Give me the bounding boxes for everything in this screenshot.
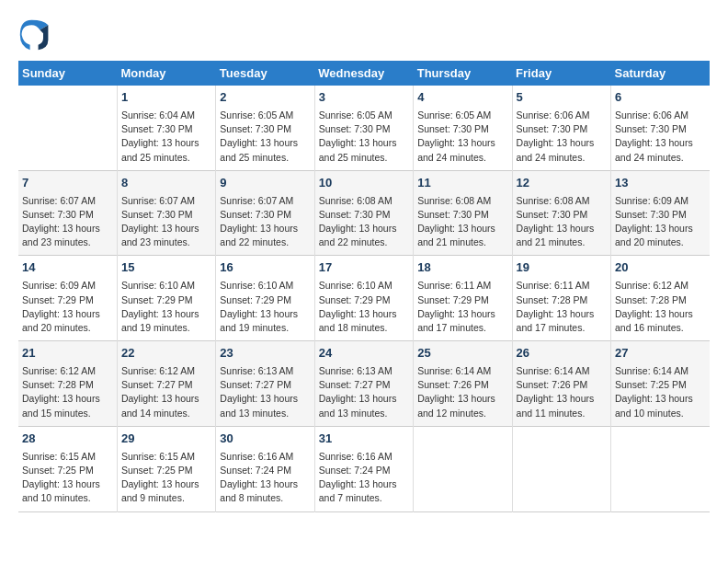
day-info: Sunrise: 6:14 AMSunset: 7:26 PMDaylight:… — [517, 364, 607, 420]
calendar-cell: 3Sunrise: 6:05 AMSunset: 7:30 PMDaylight… — [314, 86, 413, 170]
col-header-tuesday: Tuesday — [216, 61, 314, 86]
calendar-cell: 30Sunrise: 6:16 AMSunset: 7:24 PMDayligh… — [216, 426, 314, 511]
calendar-cell: 28Sunrise: 6:15 AMSunset: 7:25 PMDayligh… — [18, 426, 117, 511]
day-number: 4 — [417, 89, 507, 107]
calendar-cell: 15Sunrise: 6:10 AMSunset: 7:29 PMDayligh… — [117, 256, 215, 341]
day-info: Sunrise: 6:08 AMSunset: 7:30 PMDaylight:… — [417, 194, 507, 250]
day-number: 27 — [615, 345, 706, 362]
calendar-cell: 29Sunrise: 6:15 AMSunset: 7:25 PMDayligh… — [117, 426, 215, 511]
day-number: 22 — [121, 345, 211, 362]
calendar-cell: 26Sunrise: 6:14 AMSunset: 7:26 PMDayligh… — [512, 341, 610, 427]
day-number: 18 — [417, 259, 507, 277]
col-header-sunday: Sunday — [18, 61, 117, 86]
day-info: Sunrise: 6:07 AMSunset: 7:30 PMDaylight:… — [121, 194, 211, 250]
day-number: 24 — [319, 345, 409, 362]
day-number: 23 — [220, 345, 310, 362]
day-number: 5 — [517, 89, 607, 107]
calendar-cell: 25Sunrise: 6:14 AMSunset: 7:26 PMDayligh… — [414, 341, 512, 427]
calendar-cell: 9Sunrise: 6:07 AMSunset: 7:30 PMDaylight… — [216, 170, 314, 256]
col-header-friday: Friday — [512, 61, 610, 86]
calendar-cell: 19Sunrise: 6:11 AMSunset: 7:28 PMDayligh… — [512, 256, 610, 341]
day-info: Sunrise: 6:04 AMSunset: 7:30 PMDaylight:… — [121, 109, 211, 165]
calendar-cell: 20Sunrise: 6:12 AMSunset: 7:28 PMDayligh… — [611, 256, 710, 341]
calendar-table: SundayMondayTuesdayWednesdayThursdayFrid… — [18, 61, 710, 512]
day-info: Sunrise: 6:13 AMSunset: 7:27 PMDaylight:… — [319, 364, 409, 420]
calendar-cell: 8Sunrise: 6:07 AMSunset: 7:30 PMDaylight… — [117, 170, 215, 256]
day-info: Sunrise: 6:06 AMSunset: 7:30 PMDaylight:… — [517, 109, 607, 165]
day-info: Sunrise: 6:12 AMSunset: 7:28 PMDaylight:… — [615, 279, 706, 335]
day-number: 17 — [319, 259, 409, 277]
day-number: 28 — [22, 431, 113, 448]
day-number: 7 — [22, 175, 113, 192]
calendar-cell: 13Sunrise: 6:09 AMSunset: 7:30 PMDayligh… — [611, 170, 710, 256]
day-number: 3 — [319, 89, 409, 107]
day-number: 11 — [417, 175, 507, 192]
day-info: Sunrise: 6:15 AMSunset: 7:25 PMDaylight:… — [121, 450, 211, 506]
day-info: Sunrise: 6:14 AMSunset: 7:25 PMDaylight:… — [615, 364, 706, 420]
day-number: 12 — [517, 175, 607, 192]
day-number: 2 — [220, 89, 310, 107]
day-info: Sunrise: 6:10 AMSunset: 7:29 PMDaylight:… — [319, 279, 409, 335]
page-header — [18, 18, 710, 52]
logo-icon — [18, 18, 51, 52]
day-number: 20 — [615, 259, 706, 277]
calendar-cell — [611, 426, 710, 511]
week-row-4: 21Sunrise: 6:12 AMSunset: 7:28 PMDayligh… — [18, 341, 710, 427]
day-info: Sunrise: 6:06 AMSunset: 7:30 PMDaylight:… — [615, 109, 706, 165]
calendar-cell: 23Sunrise: 6:13 AMSunset: 7:27 PMDayligh… — [216, 341, 314, 427]
day-number: 15 — [121, 259, 211, 277]
col-header-monday: Monday — [117, 61, 215, 86]
day-info: Sunrise: 6:10 AMSunset: 7:29 PMDaylight:… — [220, 279, 310, 335]
day-number: 21 — [22, 345, 113, 362]
calendar-cell: 16Sunrise: 6:10 AMSunset: 7:29 PMDayligh… — [216, 256, 314, 341]
day-info: Sunrise: 6:11 AMSunset: 7:28 PMDaylight:… — [517, 279, 607, 335]
calendar-cell: 11Sunrise: 6:08 AMSunset: 7:30 PMDayligh… — [414, 170, 512, 256]
day-info: Sunrise: 6:05 AMSunset: 7:30 PMDaylight:… — [417, 109, 507, 165]
day-number: 6 — [615, 89, 706, 107]
calendar-cell: 2Sunrise: 6:05 AMSunset: 7:30 PMDaylight… — [216, 86, 314, 170]
day-number: 8 — [121, 175, 211, 192]
week-row-3: 14Sunrise: 6:09 AMSunset: 7:29 PMDayligh… — [18, 256, 710, 341]
day-info: Sunrise: 6:14 AMSunset: 7:26 PMDaylight:… — [417, 364, 507, 420]
day-info: Sunrise: 6:12 AMSunset: 7:28 PMDaylight:… — [22, 364, 113, 420]
day-info: Sunrise: 6:09 AMSunset: 7:29 PMDaylight:… — [22, 279, 113, 335]
col-header-thursday: Thursday — [414, 61, 512, 86]
day-info: Sunrise: 6:08 AMSunset: 7:30 PMDaylight:… — [319, 194, 409, 250]
day-number: 25 — [417, 345, 507, 362]
calendar-cell — [414, 426, 512, 511]
day-number: 16 — [220, 259, 310, 277]
week-row-5: 28Sunrise: 6:15 AMSunset: 7:25 PMDayligh… — [18, 426, 710, 511]
day-info: Sunrise: 6:13 AMSunset: 7:27 PMDaylight:… — [220, 364, 310, 420]
logo — [18, 18, 57, 52]
calendar-cell — [512, 426, 610, 511]
calendar-cell: 12Sunrise: 6:08 AMSunset: 7:30 PMDayligh… — [512, 170, 610, 256]
calendar-cell: 22Sunrise: 6:12 AMSunset: 7:27 PMDayligh… — [117, 341, 215, 427]
day-number: 30 — [220, 431, 310, 448]
calendar-cell: 10Sunrise: 6:08 AMSunset: 7:30 PMDayligh… — [314, 170, 413, 256]
day-number: 29 — [121, 431, 211, 448]
day-info: Sunrise: 6:16 AMSunset: 7:24 PMDaylight:… — [220, 450, 310, 506]
calendar-cell: 17Sunrise: 6:10 AMSunset: 7:29 PMDayligh… — [314, 256, 413, 341]
day-info: Sunrise: 6:07 AMSunset: 7:30 PMDaylight:… — [22, 194, 113, 250]
day-number: 19 — [517, 259, 607, 277]
calendar-cell: 5Sunrise: 6:06 AMSunset: 7:30 PMDaylight… — [512, 86, 610, 170]
day-info: Sunrise: 6:05 AMSunset: 7:30 PMDaylight:… — [319, 109, 409, 165]
day-info: Sunrise: 6:10 AMSunset: 7:29 PMDaylight:… — [121, 279, 211, 335]
calendar-cell: 7Sunrise: 6:07 AMSunset: 7:30 PMDaylight… — [18, 170, 117, 256]
calendar-cell: 21Sunrise: 6:12 AMSunset: 7:28 PMDayligh… — [18, 341, 117, 427]
day-number: 31 — [319, 431, 409, 448]
day-info: Sunrise: 6:11 AMSunset: 7:29 PMDaylight:… — [417, 279, 507, 335]
calendar-cell: 27Sunrise: 6:14 AMSunset: 7:25 PMDayligh… — [611, 341, 710, 427]
header-row: SundayMondayTuesdayWednesdayThursdayFrid… — [18, 61, 710, 86]
day-number: 14 — [22, 259, 113, 277]
day-info: Sunrise: 6:07 AMSunset: 7:30 PMDaylight:… — [220, 194, 310, 250]
calendar-cell: 1Sunrise: 6:04 AMSunset: 7:30 PMDaylight… — [117, 86, 215, 170]
day-info: Sunrise: 6:05 AMSunset: 7:30 PMDaylight:… — [220, 109, 310, 165]
day-info: Sunrise: 6:09 AMSunset: 7:30 PMDaylight:… — [615, 194, 706, 250]
day-info: Sunrise: 6:12 AMSunset: 7:27 PMDaylight:… — [121, 364, 211, 420]
week-row-1: 1Sunrise: 6:04 AMSunset: 7:30 PMDaylight… — [18, 86, 710, 170]
calendar-cell: 24Sunrise: 6:13 AMSunset: 7:27 PMDayligh… — [314, 341, 413, 427]
day-number: 1 — [121, 89, 211, 107]
calendar-cell: 14Sunrise: 6:09 AMSunset: 7:29 PMDayligh… — [18, 256, 117, 341]
day-info: Sunrise: 6:08 AMSunset: 7:30 PMDaylight:… — [517, 194, 607, 250]
